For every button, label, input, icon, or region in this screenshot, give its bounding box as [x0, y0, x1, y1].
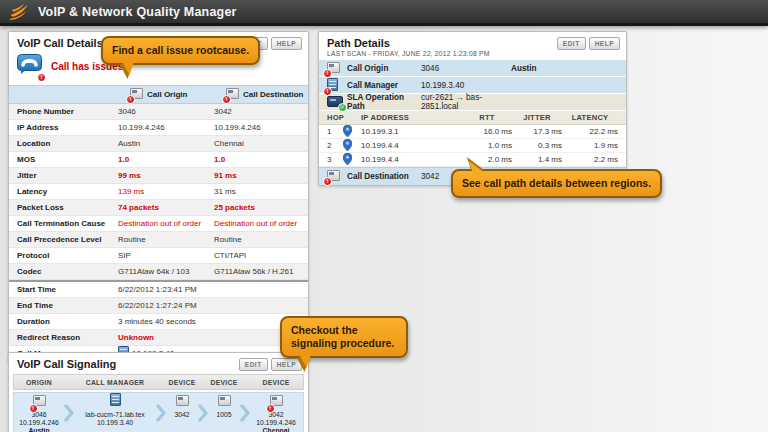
cell-value: 6/22/2012 1:27:24 PM — [118, 301, 308, 310]
comparison-header: ! Call Origin ! Call Destination — [9, 85, 308, 104]
cell-value: Routine — [214, 235, 308, 244]
error-badge: ! — [29, 404, 38, 413]
info-label: Call Origin — [347, 64, 421, 73]
row-label: Start Time — [17, 285, 118, 294]
info-extra: Austin — [511, 64, 536, 73]
cell-value: Routine — [118, 235, 214, 244]
info-label: SLA Operation Path — [347, 93, 421, 111]
path-info-row: !Call Origin3046Austin — [319, 60, 626, 77]
flow-chevron-icon — [64, 396, 74, 430]
table-row: MOS1.01.0 — [9, 152, 308, 168]
cell-value: 139 ms — [118, 187, 214, 196]
table-row: LocationAustinChennai — [9, 136, 308, 152]
signaling-step: 3042 — [166, 396, 198, 419]
call-origin-column-header: ! Call Origin — [118, 88, 214, 101]
step-line: 10.199.4.246 — [19, 419, 59, 427]
cell-value: 3046 — [118, 107, 214, 116]
table-row: Call Termination CauseDestination out of… — [9, 216, 308, 232]
signaling-step: 1005 — [208, 396, 240, 419]
cell-value: SIP — [118, 251, 214, 260]
row-label: Jitter — [17, 171, 118, 180]
server-error-icon[interactable]: ! — [327, 78, 338, 93]
flow-chevron-icon — [240, 396, 250, 430]
row-label: Redirect Reason — [17, 333, 118, 342]
cell-value: 1.0 — [118, 155, 214, 164]
hop-row: 110.199.3.116.0 ms17.3 ms22.2 ms — [319, 125, 626, 139]
hop-ip: 10.199.4.4 — [361, 155, 462, 164]
row-label: Latency — [17, 187, 118, 196]
voip-call-signaling-panel: VoIP Call Signaling EDIT HELP ORIGIN CAL… — [8, 352, 309, 432]
table-row: ProtocolSIPCTI/TAPI — [9, 248, 308, 264]
row-label: Protocol — [17, 251, 118, 260]
table-row: Duration3 minutes 40 seconds — [9, 314, 308, 330]
sla-ok-icon: ✓ — [327, 96, 343, 109]
callout-see-path: See call path details between regions. — [451, 169, 662, 198]
phone-icon[interactable] — [218, 392, 231, 410]
row-label: Call Termination Cause — [17, 219, 118, 228]
info-value: 3046 — [421, 64, 511, 73]
table-row: IP Address10.199.4.24610.199.4.246 — [9, 120, 308, 136]
hop-latency: 2.2 ms — [562, 155, 618, 164]
top-bar: VoIP & Network Quality Manager — [0, 0, 768, 26]
table-row: Call Precedence LevelRoutineRoutine — [9, 232, 308, 248]
path-info-row: ✓SLA Operation Pathcur-2621 → bas-2851.l… — [319, 94, 626, 111]
hop-number: 3 — [327, 155, 343, 164]
ok-badge: ✓ — [338, 103, 347, 112]
pin-icon — [343, 139, 352, 153]
cell-value: 74 packets — [118, 203, 214, 212]
row-label: Codec — [17, 267, 118, 276]
hop-jitter: 1.4 ms — [512, 155, 562, 164]
step-line: 10.199.3.40 — [97, 419, 133, 427]
callout-signaling: Checkout the signaling procedure. — [280, 316, 408, 358]
signaling-step: !304210.199.4.246Chennai — [250, 396, 302, 432]
phone-icon[interactable] — [176, 392, 189, 410]
edit-button[interactable]: EDIT — [557, 37, 586, 50]
cell-value: 25 packets — [214, 203, 308, 212]
signaling-flow: !304610.199.4.246Austinlab-cucm-71.lab.t… — [13, 392, 304, 432]
help-button[interactable]: HELP — [271, 37, 302, 50]
cell-value: 10.199.4.246 — [214, 123, 308, 132]
pin-icon — [343, 153, 352, 167]
phone-error-icon[interactable]: ! — [327, 170, 340, 183]
error-badge: ! — [323, 69, 332, 78]
info-label: Call Manager — [347, 81, 421, 90]
row-label: IP Address — [17, 123, 118, 132]
voip-call-details-panel: VoIP Call Details EDIT HELP ! Call has i… — [8, 31, 309, 363]
pin-icon — [343, 125, 352, 139]
step-line: 10.199.4.246 — [256, 419, 296, 427]
table-row: Packet Loss74 packets25 packets — [9, 200, 308, 216]
row-label: Phone Number — [17, 107, 118, 116]
hop-jitter: 17.3 ms — [512, 127, 562, 136]
phone-error-icon[interactable]: ! — [327, 62, 340, 75]
callout-find-rootcause: Find a call issue rootcause. — [101, 36, 260, 65]
phone-error-icon: ! — [226, 88, 239, 101]
cell-value: Destination out of order — [118, 219, 214, 228]
path-details-title: Path Details — [327, 37, 390, 49]
solarwinds-logo-icon — [8, 3, 30, 20]
last-scan-text: LAST SCAN - FRIDAY, JUNE 22, 2012 1:23:0… — [319, 50, 626, 60]
cell-value: Austin — [118, 139, 214, 148]
hop-latency: 1.9 ms — [562, 141, 618, 150]
row-label: MOS — [17, 155, 118, 164]
row-label: Call Precedence Level — [17, 235, 118, 244]
table-row: End Time6/22/2012 1:27:24 PM — [9, 298, 308, 314]
phone-error-icon[interactable]: ! — [33, 392, 46, 410]
cell-value: 99 ms — [118, 171, 214, 180]
step-city: Austin — [28, 427, 49, 432]
step-city: Chennai — [263, 427, 290, 432]
help-button[interactable]: HELP — [589, 37, 620, 50]
hop-ip: 10.199.4.4 — [361, 141, 462, 150]
server-icon[interactable] — [110, 392, 121, 410]
phone-error-icon: ! — [130, 88, 143, 101]
phone-error-icon[interactable]: ! — [270, 392, 283, 410]
step-line: 1005 — [216, 411, 231, 419]
info-value: cur-2621 → bas-2851.local — [421, 93, 511, 111]
cell-value: 91 ms — [214, 171, 308, 180]
flow-chevron-icon — [156, 396, 166, 430]
call-destination-column-header: ! Call Destination — [214, 88, 308, 101]
row-label: End Time — [17, 301, 118, 310]
cell-value: 31 ms — [214, 187, 308, 196]
path-info-row: !Call Manager10.199.3.40 — [319, 77, 626, 94]
signaling-step: !304610.199.4.246Austin — [14, 396, 64, 432]
hop-rtt: 16.0 ms — [462, 127, 512, 136]
